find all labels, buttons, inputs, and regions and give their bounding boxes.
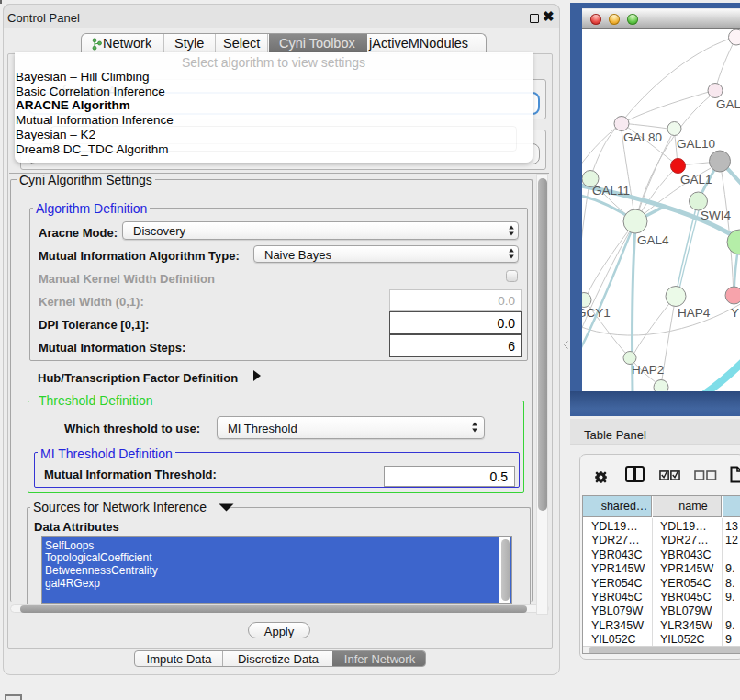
svg-text:GAL10: GAL10 xyxy=(677,137,715,151)
svg-text:HAP2: HAP2 xyxy=(632,363,664,377)
svg-text:SWI4: SWI4 xyxy=(701,209,731,222)
svg-text:GAL4: GAL4 xyxy=(637,233,669,247)
svg-text:GAL: GAL xyxy=(716,97,740,111)
svg-text:HAP4: HAP4 xyxy=(678,306,711,320)
svg-text:Y: Y xyxy=(731,306,739,320)
svg-text:GAL11: GAL11 xyxy=(592,184,630,198)
svg-text:GCY1: GCY1 xyxy=(582,306,611,320)
svg-text:GAL80: GAL80 xyxy=(623,130,662,144)
svg-text:GAL1: GAL1 xyxy=(680,173,712,186)
